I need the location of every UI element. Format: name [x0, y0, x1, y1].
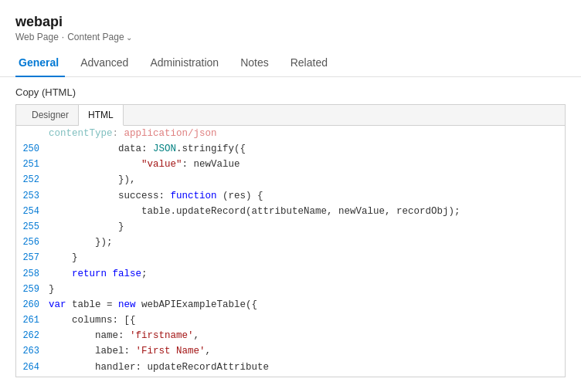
table-row: 252 }), [16, 172, 565, 188]
editor-tabs: Designer HTML [16, 105, 565, 126]
line-content: } [49, 219, 124, 235]
table-row: 262 name: 'firstname', [16, 328, 565, 343]
page-wrapper: webapi Web Page · Content Page ⌄ General… [0, 0, 581, 392]
table-row: 254 table.updateRecord(attributeName, ne… [16, 204, 565, 219]
table-row: 263 label: 'First Name', [16, 343, 565, 359]
line-number: 261 [16, 313, 49, 328]
line-number: 260 [16, 298, 49, 313]
table-row: 250 data: JSON.stringify({ [16, 141, 565, 157]
line-number: 255 [16, 220, 49, 235]
line-content-top: contentType: application/json [49, 126, 217, 141]
line-number: 256 [16, 235, 49, 250]
content-area: Copy (HTML) Designer HTML contentType: a… [0, 77, 581, 392]
line-number: 251 [16, 157, 49, 172]
line-content: data: JSON.stringify({ [49, 141, 246, 157]
line-number: 263 [16, 344, 49, 359]
table-row: 261 columns: [{ [16, 313, 565, 328]
section-label: Copy (HTML) [15, 86, 566, 98]
table-row: 251 "value": newValue [16, 157, 565, 172]
table-row: 255 } [16, 219, 565, 235]
line-number: 254 [16, 204, 49, 219]
code-body: contentType: application/json 250 data: … [16, 126, 565, 377]
editor-container: Designer HTML contentType: application/j… [15, 104, 566, 377]
page-title: webapi [15, 14, 566, 30]
line-content: var table = new webAPIExampleTable({ [49, 297, 257, 313]
line-content: name: 'firstname', [49, 328, 199, 343]
table-row: 264 handler: updateRecordAttribute [16, 360, 565, 375]
line-content: table.updateRecord(attributeName, newVal… [49, 204, 460, 219]
code-area[interactable]: contentType: application/json 250 data: … [16, 126, 565, 377]
line-number: 250 [16, 142, 49, 157]
table-row: 256 }); [16, 235, 565, 250]
editor-tab-designer[interactable]: Designer [22, 105, 79, 125]
tab-advanced[interactable]: Advanced [77, 50, 141, 76]
table-row: 258 return false; [16, 266, 565, 282]
table-row: 260 var table = new webAPIExampleTable({ [16, 297, 565, 313]
line-content: } [49, 282, 55, 297]
line-number: 262 [16, 329, 49, 343]
breadcrumb-separator: · [62, 32, 64, 42]
line-content: "value": newValue [49, 157, 240, 172]
line-content: return false; [49, 266, 148, 282]
line-number: 257 [16, 251, 49, 265]
breadcrumb-dropdown[interactable]: Content Page ⌄ [67, 32, 131, 42]
line-number: 258 [16, 267, 49, 282]
breadcrumb-item-1: Web Page [15, 32, 59, 42]
code-line-top: contentType: application/json [16, 126, 565, 141]
line-number: 252 [16, 173, 49, 188]
line-content: }), [49, 172, 136, 188]
chevron-down-icon: ⌄ [126, 33, 132, 42]
line-content: success: function (res) { [49, 188, 263, 204]
breadcrumb-item-2: Content Page [67, 32, 124, 42]
table-row: 257 } [16, 250, 565, 265]
line-number: 264 [16, 360, 49, 375]
tab-notes[interactable]: Notes [237, 50, 281, 76]
page-header: webapi Web Page · Content Page ⌄ [0, 0, 581, 42]
tab-general[interactable]: General [15, 50, 71, 76]
line-content: } [49, 250, 78, 265]
line-content: label: 'First Name', [49, 343, 211, 359]
line-content: columns: [{ [49, 313, 136, 328]
line-content: handler: updateRecordAttribute [49, 360, 269, 375]
line-number: 259 [16, 282, 49, 297]
editor-tab-html[interactable]: HTML [79, 105, 124, 126]
tab-administration[interactable]: Administration [147, 50, 231, 76]
table-row: 259 } [16, 282, 565, 297]
tabs-bar: General Advanced Administration Notes Re… [0, 50, 581, 77]
line-number: 253 [16, 189, 49, 204]
table-row: 253 success: function (res) { [16, 188, 565, 204]
breadcrumb: Web Page · Content Page ⌄ [15, 32, 566, 42]
tab-related[interactable]: Related [287, 50, 340, 76]
code-lines: contentType: application/json 250 data: … [16, 126, 565, 375]
line-content: }); [49, 235, 113, 250]
